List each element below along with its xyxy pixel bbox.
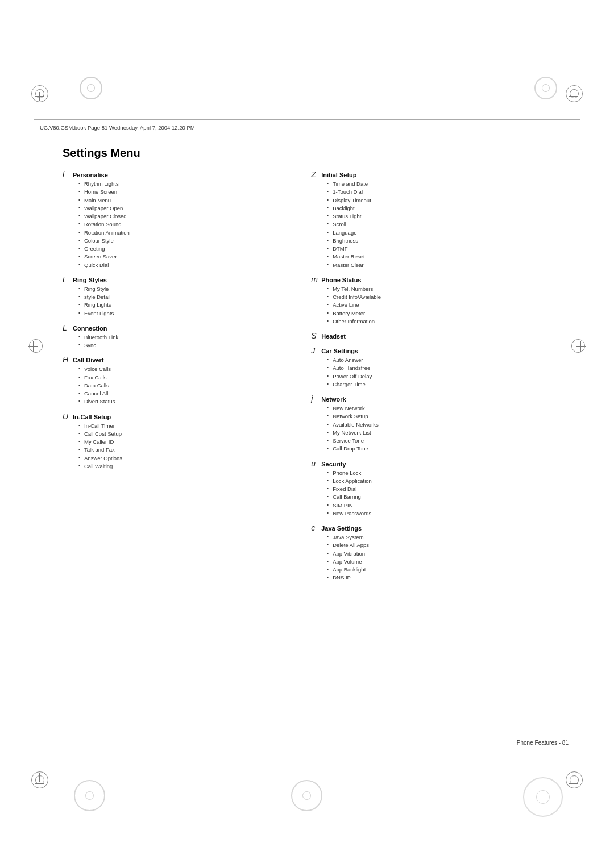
list-item: Auto Answer (327, 356, 569, 364)
section-title: Initial Setup (321, 172, 356, 178)
section-letter: j (311, 394, 321, 403)
list-item: Credit Info/Available (327, 293, 569, 301)
section-header: mPhone Status (311, 275, 569, 284)
list-item: Home Screen (78, 188, 294, 196)
list-item: New Network (327, 404, 569, 412)
section-letter: L (63, 323, 73, 332)
list-item: Brightness (327, 237, 569, 245)
menu-section-c: cJava SettingsJava SystemDelete All Apps… (311, 523, 569, 582)
section-title: Headset (321, 333, 346, 340)
list-item: My Network List (327, 429, 569, 437)
list-item: Power Off Delay (327, 373, 569, 381)
section-items: Ring Stylestyle DetailRing LightsEvent L… (63, 285, 294, 318)
deco-circle-tr-inner (542, 84, 550, 92)
list-item: Voice Calls (78, 365, 294, 373)
list-item: Java System (327, 533, 569, 541)
list-item: Bluetooth Link (78, 333, 294, 341)
list-item: DNS IP (327, 574, 569, 582)
menu-section-H: HCall DivertVoice CallsFax CallsData Cal… (63, 355, 294, 406)
deco-circle-bl-inner (85, 791, 94, 800)
list-item: New Passwords (327, 510, 569, 518)
list-item: Available Networks (327, 421, 569, 429)
list-item: Answer Options (78, 454, 294, 462)
list-item: Fax Calls (78, 374, 294, 382)
list-item: Master Clear (327, 261, 569, 269)
list-item: 1-Touch Dial (327, 188, 569, 196)
list-item: My Caller ID (78, 438, 294, 446)
section-letter: c (311, 523, 321, 532)
list-item: Language (327, 229, 569, 237)
left-column: lPersonaliseRhythm LightsHome ScreenMain… (63, 170, 305, 588)
list-item: Greeting (78, 245, 294, 253)
menu-section-L: LConnectionBluetooth LinkSync (63, 323, 294, 350)
list-item: Wallpaper Open (78, 205, 294, 212)
section-title: Java Settings (321, 525, 362, 532)
section-header: JCar Settings (311, 346, 569, 355)
section-items: New NetworkNetwork SetupAvailable Networ… (311, 404, 569, 453)
section-title: Phone Status (321, 277, 361, 283)
section-items: Auto AnswerAuto HandsfreePower Off Delay… (311, 356, 569, 389)
list-item: Call Waiting (78, 462, 294, 470)
section-title: In-Call Setup (73, 414, 111, 420)
list-item: Rotation Sound (78, 220, 294, 228)
list-item: SIM PIN (327, 502, 569, 510)
list-item: Lock Application (327, 477, 569, 485)
list-item: Ring Lights (78, 301, 294, 309)
list-item: Screen Saver (78, 253, 294, 261)
list-item: style Detail (78, 293, 294, 301)
footer-text: Phone Features - 81 (517, 740, 569, 746)
list-item: Data Calls (78, 382, 294, 390)
section-items: Java SystemDelete All AppsApp VibrationA… (311, 533, 569, 582)
list-item: Charger Time (327, 381, 569, 389)
list-item: My Tel. Numbers (327, 285, 569, 293)
section-letter: S (311, 331, 321, 340)
list-item: Event Lights (78, 310, 294, 318)
section-letter: u (311, 459, 321, 468)
section-header: uSecurity (311, 459, 569, 468)
right-column: ZInitial SetupTime and Date1-Touch DialD… (305, 170, 569, 588)
list-item: Backlight (327, 205, 569, 212)
list-item: Fixed Dial (327, 485, 569, 493)
menu-section-U: UIn-Call SetupIn-Call TimerCall Cost Set… (63, 412, 294, 471)
section-letter: t (63, 275, 73, 284)
section-items: My Tel. NumbersCredit Info/AvailableActi… (311, 285, 569, 326)
section-header: LConnection (63, 323, 294, 332)
list-item: Talk and Fax (78, 446, 294, 454)
top-bar: UG.V80.GSM.book Page 81 Wednesday, April… (34, 119, 580, 135)
list-item: Delete All Apps (327, 541, 569, 549)
header-text: UG.V80.GSM.book Page 81 Wednesday, April… (40, 124, 195, 131)
menu-section-j: jNetworkNew NetworkNetwork SetupAvailabl… (311, 394, 569, 453)
main-content: Settings Menu lPersonaliseRhythm LightsH… (63, 147, 569, 754)
page: UG.V80.GSM.book Page 81 Wednesday, April… (0, 0, 614, 868)
section-title: Security (321, 461, 346, 468)
menu-section-l: lPersonaliseRhythm LightsHome ScreenMain… (63, 170, 294, 269)
menu-section-J: JCar SettingsAuto AnswerAuto HandsfreePo… (311, 346, 569, 389)
list-item: Rotation Animation (78, 229, 294, 237)
section-title: Car Settings (321, 348, 358, 354)
list-item: Quick Dial (78, 261, 294, 269)
list-item: Master Reset (327, 253, 569, 261)
list-item: Scroll (327, 220, 569, 228)
section-letter: l (63, 170, 73, 179)
section-header: jNetwork (311, 394, 569, 403)
menu-section-S: SHeadset (311, 331, 569, 340)
list-item: Battery Meter (327, 310, 569, 318)
footer: Phone Features - 81 (63, 736, 569, 746)
section-header: ZInitial Setup (311, 170, 569, 179)
list-item: Divert Status (78, 398, 294, 406)
section-items: Phone LockLock ApplicationFixed DialCall… (311, 469, 569, 518)
list-item: App Vibration (327, 550, 569, 558)
list-item: App Backlight (327, 566, 569, 574)
section-header: cJava Settings (311, 523, 569, 532)
list-item: Service Tone (327, 437, 569, 445)
list-item: App Volume (327, 558, 569, 566)
deco-circle-bc-inner (302, 791, 311, 800)
section-title: Ring Styles (73, 277, 107, 283)
list-item: Ring Style (78, 285, 294, 293)
list-item: Wallpaper Closed (78, 212, 294, 220)
list-item: DTMF (327, 245, 569, 253)
list-item: Call Barring (327, 493, 569, 501)
deco-circle-br-large-inner (536, 790, 550, 804)
list-item: In-Call Timer (78, 422, 294, 430)
list-item: Network Setup (327, 412, 569, 420)
